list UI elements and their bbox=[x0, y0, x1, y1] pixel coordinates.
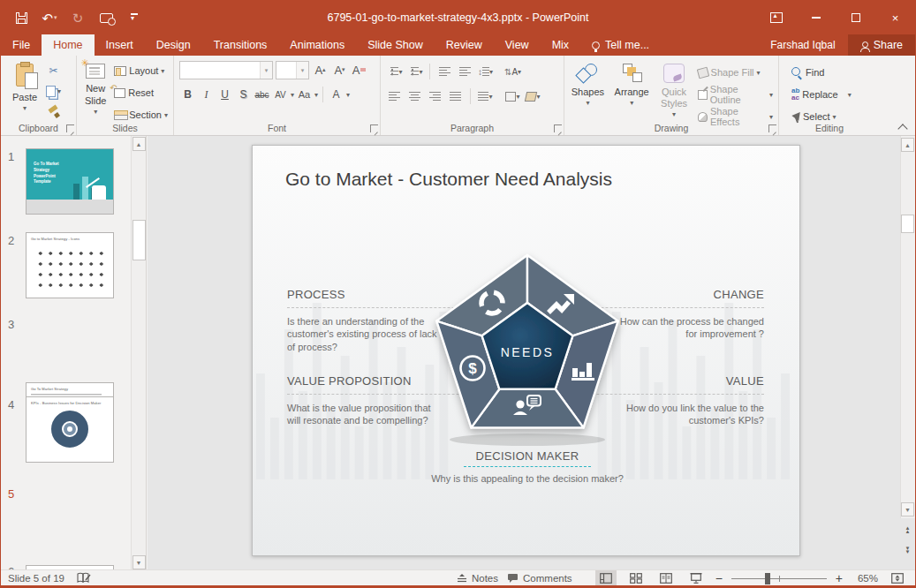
scroll-up-icon[interactable]: ▲ bbox=[901, 138, 914, 152]
new-slide-button[interactable]: New Slide ▾ bbox=[80, 59, 110, 119]
paste-button[interactable]: Paste ▾ bbox=[4, 59, 45, 119]
increase-indent-icon[interactable] bbox=[457, 63, 473, 80]
arrange-button[interactable]: Arrange▾ bbox=[611, 59, 653, 119]
section-button[interactable]: Section▾ bbox=[112, 105, 170, 124]
thumbnail-slide-2[interactable]: Go to Market Strategy - Icons bbox=[26, 232, 114, 298]
decrease-indent-icon[interactable] bbox=[436, 63, 453, 80]
editing-canvas: Go to Market - Customer Need Analysis PR… bbox=[148, 136, 900, 571]
ribbon-display-options-icon[interactable] bbox=[756, 1, 796, 34]
thumb-scroll-thumb[interactable] bbox=[132, 220, 146, 260]
replace-button[interactable]: abacReplace▾ bbox=[790, 85, 876, 104]
share-button[interactable]: Share bbox=[848, 34, 915, 56]
zoom-out-icon[interactable]: − bbox=[715, 571, 723, 585]
tab-insert[interactable]: Insert bbox=[95, 34, 145, 56]
align-right-icon[interactable] bbox=[427, 87, 443, 105]
tab-review[interactable]: Review bbox=[435, 34, 494, 56]
font-dialog-launcher[interactable] bbox=[370, 124, 378, 132]
comments-button[interactable]: Comments bbox=[507, 573, 572, 584]
shapes-button[interactable]: Shapes▾ bbox=[568, 59, 608, 119]
normal-view-icon[interactable] bbox=[595, 570, 617, 585]
text-direction-icon[interactable]: ⇅A▾ bbox=[504, 63, 521, 80]
italic-button[interactable]: I bbox=[198, 86, 215, 103]
font-size-combo[interactable]: ▾ bbox=[276, 61, 309, 79]
minimize-icon[interactable] bbox=[796, 1, 836, 34]
copy-icon[interactable]: ▾ bbox=[45, 82, 62, 100]
underline-button[interactable]: U bbox=[216, 86, 233, 103]
thumbnail-slide-4[interactable]: KPIs - Business Issues for Decision Make… bbox=[26, 396, 114, 463]
reset-button[interactable]: Reset bbox=[112, 83, 170, 102]
bold-button[interactable]: B bbox=[179, 86, 196, 103]
start-slideshow-icon[interactable] bbox=[98, 10, 114, 26]
numbering-icon[interactable]: ▾ bbox=[406, 63, 423, 80]
thumb-scroll-up-icon[interactable]: ▲ bbox=[132, 137, 146, 151]
tab-mix[interactable]: Mix bbox=[541, 34, 580, 56]
smartart-convert-icon[interactable]: ▾ bbox=[525, 87, 541, 105]
quick-styles-button[interactable]: Quick Styles▾ bbox=[656, 59, 693, 119]
scroll-thumb[interactable] bbox=[901, 215, 914, 233]
paragraph-dialog-launcher[interactable] bbox=[554, 124, 562, 132]
section-decision-maker[interactable]: DECISION MAKER Why is this appealing to … bbox=[395, 449, 660, 484]
slide-5[interactable]: Go to Market - Customer Need Analysis PR… bbox=[252, 145, 800, 556]
tab-design[interactable]: Design bbox=[145, 34, 202, 56]
maximize-icon[interactable] bbox=[836, 1, 875, 34]
shrink-font-icon[interactable]: A▾ bbox=[331, 61, 348, 79]
grow-font-icon[interactable]: A▴ bbox=[312, 61, 329, 79]
font-name-combo[interactable]: ▾ bbox=[179, 61, 273, 79]
thumb-scroll-down-icon[interactable]: ▼ bbox=[132, 555, 146, 569]
previous-slide-icon[interactable]: ▲▲ bbox=[901, 524, 914, 537]
customize-qat-icon[interactable] bbox=[126, 10, 142, 26]
slide-sorter-view-icon[interactable] bbox=[625, 570, 647, 585]
tab-home[interactable]: Home bbox=[42, 34, 94, 56]
line-spacing-icon[interactable]: ↕▾ bbox=[477, 63, 494, 80]
next-slide-icon[interactable]: ▼▼ bbox=[901, 544, 914, 557]
zoom-level[interactable]: 65% bbox=[852, 573, 878, 584]
text-shadow-button[interactable]: S bbox=[235, 86, 252, 103]
justify-icon[interactable] bbox=[447, 87, 464, 105]
replace-icon: abac bbox=[791, 87, 799, 102]
close-icon[interactable]: × bbox=[875, 1, 915, 34]
tab-animations[interactable]: Animations bbox=[278, 34, 356, 56]
zoom-in-icon[interactable]: + bbox=[836, 571, 843, 585]
shape-outline-button[interactable]: Shape Outline▾ bbox=[696, 85, 775, 104]
main-scrollbar[interactable]: ▲ ▼ ▲▲ ▼▼ bbox=[900, 136, 915, 571]
columns-icon[interactable]: ▾ bbox=[477, 87, 494, 105]
collapse-ribbon-icon[interactable] bbox=[899, 123, 906, 130]
layout-button[interactable]: Layout▾ bbox=[112, 61, 170, 80]
cut-icon[interactable]: ✂ bbox=[45, 62, 62, 79]
find-button[interactable]: Find bbox=[790, 63, 876, 82]
change-case-button[interactable]: Aa bbox=[296, 86, 313, 103]
zoom-slider-knob[interactable] bbox=[765, 573, 770, 584]
needs-pentagon-diagram[interactable]: NEEDS bbox=[408, 236, 647, 465]
zoom-slider[interactable] bbox=[731, 571, 827, 585]
align-text-icon[interactable]: ▾ bbox=[504, 87, 521, 105]
tab-view[interactable]: View bbox=[494, 34, 541, 56]
drawing-dialog-launcher[interactable] bbox=[768, 124, 776, 132]
clear-formatting-icon[interactable]: A bbox=[351, 61, 367, 79]
scroll-down-icon[interactable]: ▼ bbox=[901, 502, 914, 516]
tell-me-box[interactable]: Tell me... bbox=[580, 34, 661, 56]
redo-icon[interactable]: ↻ bbox=[70, 10, 86, 26]
bullets-icon[interactable]: ▾ bbox=[386, 63, 403, 80]
undo-icon[interactable]: ↶▾ bbox=[42, 10, 57, 26]
reading-view-icon[interactable] bbox=[655, 570, 677, 585]
tab-transitions[interactable]: Transitions bbox=[202, 34, 279, 56]
character-spacing-button[interactable]: AV bbox=[272, 86, 289, 103]
save-icon[interactable] bbox=[13, 10, 29, 26]
slide-title[interactable]: Go to Market - Customer Need Analysis bbox=[285, 169, 612, 190]
signed-in-user[interactable]: Farshad Iqbal bbox=[758, 39, 847, 51]
tab-slideshow[interactable]: Slide Show bbox=[356, 34, 435, 56]
align-left-icon[interactable] bbox=[386, 87, 403, 105]
fit-slide-to-window-icon[interactable] bbox=[887, 570, 908, 585]
shape-fill-button[interactable]: Shape Fill▾ bbox=[696, 63, 775, 82]
slideshow-view-icon[interactable] bbox=[685, 570, 707, 585]
proofing-icon[interactable] bbox=[77, 572, 91, 584]
align-center-icon[interactable] bbox=[406, 87, 423, 105]
thumbnail-slide-1[interactable]: Go To Market Strategy PowerPoint Templat… bbox=[26, 148, 114, 215]
notes-button[interactable]: Notes bbox=[457, 573, 498, 584]
strikethrough-button[interactable]: abc bbox=[254, 86, 270, 103]
format-painter-icon[interactable] bbox=[45, 102, 62, 120]
thumbnail-scrollbar[interactable]: ▲ ▼ bbox=[131, 136, 146, 571]
font-color-button[interactable]: A bbox=[328, 86, 344, 103]
clipboard-dialog-launcher[interactable] bbox=[66, 124, 74, 132]
tab-file[interactable]: File bbox=[1, 34, 42, 56]
